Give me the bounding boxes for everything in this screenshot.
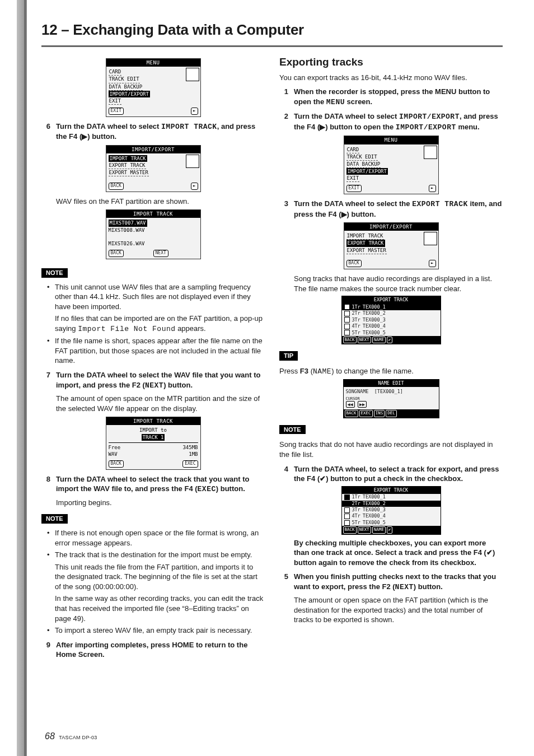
list-item: IMPORT TRACK: [346, 232, 384, 240]
next-btn: NEXT: [153, 250, 168, 257]
footer-btn: NAME: [372, 337, 386, 343]
cursor-right-icon: ▶▶: [358, 401, 367, 408]
menu-item: CARD: [109, 68, 122, 76]
step-text: After importing completes, press HOME to…: [56, 640, 265, 660]
paragraph: Importing begins.: [56, 498, 265, 508]
back-btn: BACK: [346, 260, 362, 267]
play-btn: [429, 185, 436, 192]
checkbox-icon: [344, 317, 350, 323]
footer-btn: DEL: [386, 410, 397, 417]
note-list: This unit cannot use WAV files that are …: [47, 282, 265, 366]
step-text: Turn the DATA wheel to select the WAV fi…: [56, 370, 265, 390]
list-item: EXPORT MASTER: [346, 247, 387, 254]
exec-btn: EXEC: [182, 460, 198, 468]
screen-title: EXPORT TRACK: [342, 296, 441, 304]
checkbox-icon: [344, 501, 350, 506]
play-btn: [191, 108, 198, 115]
note-bullet: If there is not enough open space or the…: [47, 528, 265, 548]
note-sub: In the same way as other recording track…: [55, 594, 265, 623]
wav-label: WAV: [109, 451, 118, 458]
step-5: 5 When you finish putting checks next to…: [279, 572, 503, 592]
footer-btn: EXEC: [359, 410, 373, 417]
paragraph: The amount of open space on the MTR part…: [56, 394, 265, 413]
free-value: 345MB: [182, 444, 198, 451]
checkbox-icon: [344, 324, 350, 329]
step-text: Turn the DATA wheel to select IMPORT/EXP…: [294, 111, 503, 132]
step-text: Turn the DATA wheel to select the track …: [56, 474, 265, 494]
menu-icon: [424, 146, 437, 159]
tip-label: TIP: [279, 351, 298, 361]
menu-item: TRACK EDIT: [346, 153, 378, 161]
menu-title: MENU: [106, 59, 200, 67]
screen-title: NAME EDIT: [344, 380, 439, 387]
list-item: EXPORT TRACK: [109, 162, 146, 169]
step-9: 9 After importing completes, press HOME …: [41, 640, 265, 660]
free-label: Free: [109, 444, 121, 451]
list-item: MIXST026.WAV: [109, 240, 198, 247]
note-label: NOTE: [41, 268, 68, 278]
footer-btn: NAME: [372, 526, 386, 533]
checkbox-icon: [344, 311, 350, 316]
menu-item-selected: IMPORT/EXPORT: [346, 168, 388, 175]
page-title: 12 – Exchanging Data with a Computer: [41, 20, 503, 40]
checkbox-icon: [344, 304, 350, 310]
export-track-list: EXPORT TRACK 1TrTEX000_12TrTEX000_23TrTE…: [341, 296, 441, 344]
paragraph: WAV files on the FAT partition are shown…: [56, 197, 265, 207]
list-item-selected: MIXST007.WAV: [109, 220, 147, 226]
step-text: Turn the DATA wheel to select the EXPORT…: [294, 199, 503, 219]
menu-item-selected: IMPORT/EXPORT: [109, 91, 150, 97]
cursor-left-icon: ◀◀: [346, 401, 355, 408]
menu-icon: [186, 68, 199, 81]
note-bullet: The track that is the destination for th…: [47, 550, 265, 623]
menu-title: MENU: [344, 136, 438, 144]
section-heading: Exporting tracks: [279, 55, 503, 69]
page-header: 12 – Exchanging Data with a Computer: [41, 17, 503, 47]
menu-item: CARD: [346, 146, 360, 153]
screen-title: IMPORT TRACK: [106, 417, 200, 425]
menu-item: EXIT: [109, 97, 122, 105]
note-bullet: If the file name is short, spaces appear…: [47, 336, 265, 366]
footer-btn: NEXT: [358, 526, 371, 533]
step-8: 8 Turn the DATA wheel to select the trac…: [41, 474, 265, 494]
name-edit-value: [TEX000_1]: [374, 389, 403, 394]
track-row: 3TrTEX000_3: [342, 507, 441, 513]
back-btn: BACK: [109, 250, 124, 257]
note-sub: If no files that can be imported are on …: [55, 314, 265, 334]
step-4: 4 Turn the DATA wheel, to select a track…: [279, 464, 503, 484]
back-btn: BACK: [109, 460, 124, 468]
import-export-screenshot: IMPORT/EXPORT IMPORT TRACK EXPORT TRACK …: [106, 145, 201, 192]
step-text: Turn the DATA wheel, to select a track f…: [294, 464, 503, 484]
list-item: MIXST008.WAV: [109, 227, 198, 234]
screen-title: IMPORT TRACK: [106, 210, 200, 218]
screen-icon: [186, 155, 199, 168]
back-btn: EXIT: [109, 108, 124, 115]
footer-btn: BACK: [345, 410, 358, 417]
list-item-selected: EXPORT TRACK: [346, 240, 385, 246]
play-btn: [191, 183, 198, 190]
menu-item: EXIT: [346, 175, 360, 182]
paragraph: Song tracks that have audio recordings a…: [294, 274, 503, 293]
step-number: 5: [279, 572, 288, 592]
screen-line-sel: TRACK 1: [142, 434, 165, 441]
step-number: 1: [279, 87, 288, 107]
import-export-screenshot-2: IMPORT/EXPORT IMPORT TRACK EXPORT TRACK …: [344, 222, 439, 269]
checkbox-icon: [344, 507, 350, 513]
note-label: NOTE: [41, 514, 68, 524]
footer-btn: NEXT: [358, 337, 371, 343]
list-item: EXPORT MASTER: [109, 169, 149, 176]
track-row: 5TrTEX000_5: [342, 330, 441, 336]
back-btn: EXIT: [346, 185, 362, 192]
list-item-selected: IMPORT TRACK: [109, 155, 147, 162]
track-row: 4TrTEX000_4: [342, 513, 441, 519]
checkbox-icon: [344, 520, 350, 526]
track-row: 1TrTEX000_1: [342, 494, 441, 500]
note-text: Song tracks that do not have audio recor…: [279, 440, 503, 459]
menu-screenshot-2: MENU CARD TRACK EDIT DATA BACKUP IMPORT/…: [344, 136, 439, 194]
step-6: 6 Turn the DATA wheel to select IMPORT T…: [41, 122, 265, 142]
play-btn: [429, 260, 436, 267]
screen-icon: [424, 232, 437, 245]
note-bullet: This unit cannot use WAV files that are …: [47, 282, 265, 334]
page-footer: 68 TASCAM DP-03: [45, 730, 97, 743]
footer-btn: BACK: [343, 526, 357, 533]
checkbox-icon: [344, 330, 350, 335]
